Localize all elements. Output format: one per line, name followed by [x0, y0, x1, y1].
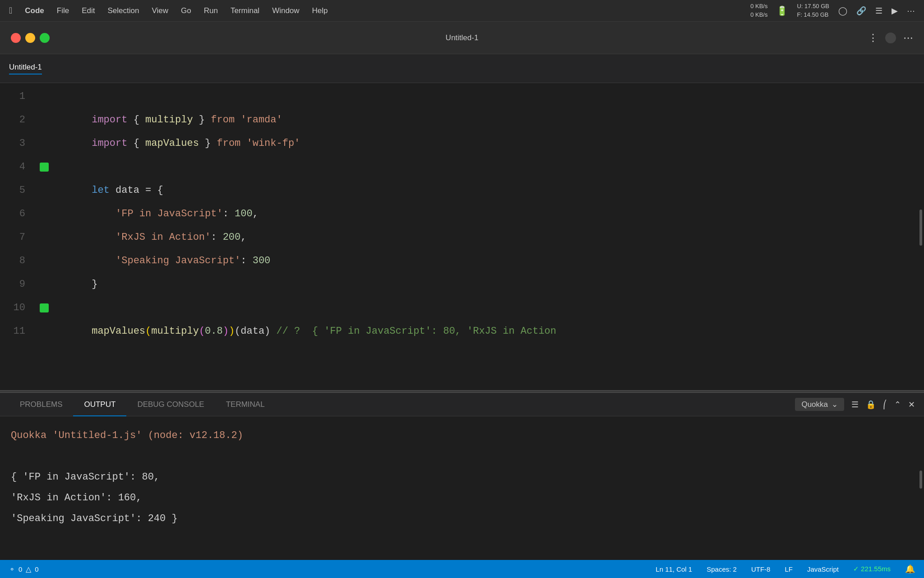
- token: data = {: [110, 185, 163, 196]
- tab-debug-console[interactable]: DEBUG CONSOLE: [126, 393, 215, 416]
- token: 0.8: [205, 326, 223, 337]
- editor-scrollbar-thumb[interactable]: [919, 210, 922, 246]
- gutter-2: [36, 108, 52, 132]
- line-num-11: 11: [0, 320, 25, 343]
- list-icon[interactable]: ☰: [851, 400, 859, 410]
- spaces-setting[interactable]: Spaces: 2: [707, 565, 737, 573]
- panel-body: Quokka 'Untitled-1.js' (node: v12.18.2) …: [0, 416, 924, 578]
- tab-terminal[interactable]: TERMINAL: [215, 393, 276, 416]
- token: mapValues: [92, 326, 145, 337]
- panel: PROBLEMS OUTPUT DEBUG CONSOLE TERMINAL Q…: [0, 393, 924, 578]
- more-options-icon[interactable]: ⋯: [903, 32, 913, 44]
- gutter-6: [36, 202, 52, 226]
- menu-file[interactable]: File: [57, 6, 69, 15]
- token: :: [223, 208, 235, 219]
- menu-go[interactable]: Go: [181, 6, 191, 15]
- link-icon: 🔗: [856, 6, 866, 16]
- gutter: [36, 83, 52, 390]
- gutter-10: [36, 296, 52, 320]
- screen-icon: ◯: [838, 6, 847, 16]
- cursor-position[interactable]: Ln 11, Col 1: [656, 565, 692, 573]
- menu-view[interactable]: View: [152, 6, 168, 15]
- code-line-10: mapValues(multiply(0.8))(data) // ? { 'F…: [52, 296, 916, 320]
- statusbar: ⚬ 0 △ 0 Ln 11, Col 1 Spaces: 2 UTF-8 LF …: [0, 560, 924, 578]
- lock-icon[interactable]: 🔒: [866, 400, 876, 410]
- notification-icon[interactable]: 🔔: [905, 564, 915, 574]
- line-num-3: 3: [0, 132, 25, 155]
- code-line-9: [52, 273, 916, 296]
- token: let: [92, 185, 110, 196]
- language[interactable]: JavaScript: [807, 565, 839, 573]
- close-button[interactable]: [11, 33, 21, 43]
- token: [240, 138, 246, 149]
- perf-status: ✓ 221.55ms: [853, 565, 891, 573]
- menu-selection[interactable]: Selection: [108, 6, 139, 15]
- menu-help[interactable]: Help: [312, 6, 328, 15]
- token: multiply: [145, 114, 193, 126]
- close-panel-icon[interactable]: ✕: [908, 400, 915, 410]
- apple-menu[interactable]: : [9, 5, 12, 16]
- panel-scrollbar[interactable]: [916, 416, 924, 578]
- minimize-button[interactable]: [25, 33, 35, 43]
- token: }: [193, 114, 211, 126]
- token: :: [211, 232, 222, 243]
- menu-run[interactable]: Run: [204, 6, 218, 15]
- titlebar: Untitled-1 ⋮ ⋯: [0, 22, 924, 54]
- gutter-3: [36, 132, 52, 155]
- token: ): [229, 326, 235, 337]
- quokka-label: Quokka: [801, 400, 828, 409]
- gutter-9: [36, 273, 52, 296]
- panel-tab-actions: Quokka ⌄ ☰ 🔒 ⎛ ⌃ ✕: [795, 398, 915, 411]
- maximize-button[interactable]: [40, 33, 50, 43]
- tab-output[interactable]: OUTPUT: [73, 393, 126, 416]
- token: 'FP in JavaScript': [116, 208, 223, 219]
- token: 'ramda': [240, 114, 282, 126]
- panel-scrollbar-thumb[interactable]: [919, 471, 922, 489]
- token: ): [223, 326, 229, 337]
- token: from: [217, 138, 240, 149]
- token: {: [127, 138, 145, 149]
- warning-count: 0: [35, 565, 38, 573]
- code-area[interactable]: import { multiply } from 'ramda' import …: [52, 83, 916, 390]
- tab-problems[interactable]: PROBLEMS: [9, 393, 73, 416]
- token: {: [127, 114, 145, 126]
- window-title: Untitled-1: [446, 33, 479, 42]
- traffic-lights: [11, 33, 50, 43]
- token: [235, 114, 240, 126]
- gutter-4: [36, 155, 52, 179]
- chevron-up-icon[interactable]: ⌃: [894, 400, 901, 410]
- split-editor-icon[interactable]: ⋮: [868, 32, 878, 44]
- tab-untitled-1[interactable]: Untitled-1: [9, 63, 42, 75]
- copy-icon[interactable]: ⎛: [883, 400, 887, 410]
- token: (: [199, 326, 205, 337]
- output-line-5: 'Speaking JavaScript': 240 }: [11, 508, 905, 529]
- token: // ? { 'FP in JavaScript': 80, 'RxJS in …: [277, 326, 557, 337]
- panel-content: Quokka 'Untitled-1.js' (node: v12.18.2) …: [0, 416, 916, 578]
- warning-icon: △: [26, 565, 31, 573]
- menubar:  Code File Edit Selection View Go Run T…: [0, 0, 924, 22]
- menu-edit[interactable]: Edit: [82, 6, 95, 15]
- gutter-5: [36, 179, 52, 202]
- token: 'wink-fp': [247, 138, 300, 149]
- more-icon: ⋯: [907, 6, 915, 16]
- breakpoint-10[interactable]: [40, 303, 49, 312]
- encoding[interactable]: UTF-8: [751, 565, 771, 573]
- menu-code[interactable]: Code: [25, 6, 44, 15]
- token: from: [211, 114, 235, 126]
- editor-scrollbar[interactable]: [916, 83, 924, 390]
- battery-icon: 🔋: [776, 5, 788, 16]
- menu-window[interactable]: Window: [272, 6, 299, 15]
- token: import: [92, 114, 127, 126]
- token: :: [240, 255, 252, 266]
- line-num-10: 10: [0, 296, 25, 320]
- menu-terminal[interactable]: Terminal: [231, 6, 259, 15]
- menubar-right: 0 KB/s 0 KB/s 🔋 U: 17.50 GB F: 14.50 GB …: [750, 2, 915, 19]
- quokka-dropdown[interactable]: Quokka ⌄: [795, 398, 844, 411]
- play-icon: ▶: [892, 6, 898, 16]
- eol[interactable]: LF: [785, 565, 793, 573]
- breakpoint-4[interactable]: [40, 163, 49, 172]
- grid-icon: ☰: [875, 6, 882, 16]
- circle-icon[interactable]: [885, 33, 896, 43]
- statusbar-right: Ln 11, Col 1 Spaces: 2 UTF-8 LF JavaScri…: [656, 564, 915, 574]
- code-line-1: import { multiply } from 'ramda': [52, 85, 916, 108]
